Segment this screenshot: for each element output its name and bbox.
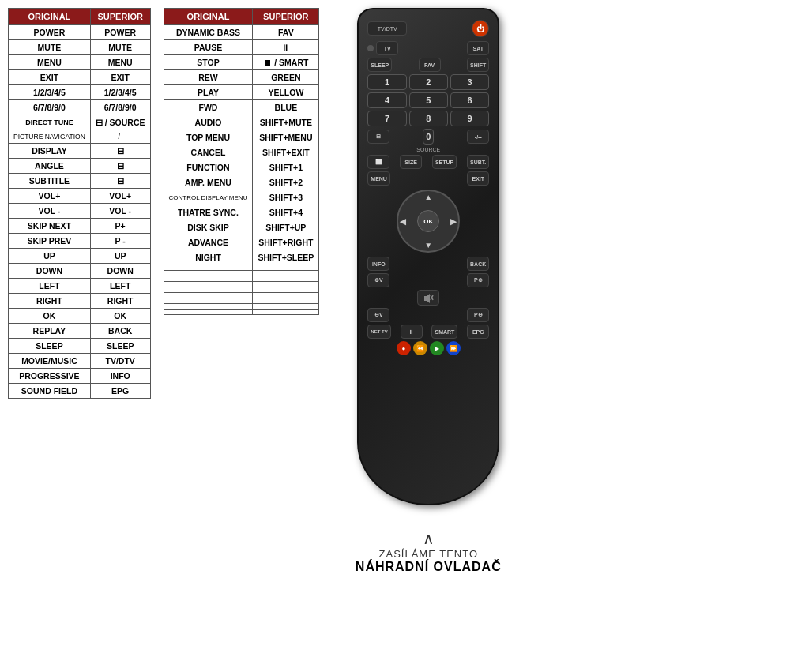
screen-button[interactable]: ⬜ (367, 155, 389, 169)
num-5-button[interactable]: 5 (409, 92, 448, 108)
nav-left-icon[interactable]: ◀ (400, 217, 406, 226)
table-cell: POWER (90, 25, 150, 40)
table-cell: PLAY (164, 85, 253, 100)
nav-up-icon[interactable]: ▲ (424, 193, 432, 201)
table-cell: VOL - (90, 204, 150, 219)
rewind-button[interactable]: ⏪ (413, 341, 427, 355)
table-cell: LEFT (9, 279, 91, 294)
table-cell (253, 265, 319, 271)
arrow-up-icon: ∧ (356, 529, 502, 548)
table-cell: MUTE (90, 40, 150, 55)
info-button[interactable]: INFO (367, 257, 389, 271)
shift-button[interactable]: SHIFT (467, 58, 489, 72)
sleep-button[interactable]: SLEEP (367, 58, 392, 72)
table-cell: DYNAMIC BASS (164, 25, 253, 40)
table2-header-superior: SUPERIOR (253, 9, 319, 25)
num-0-button[interactable]: 0 (423, 129, 434, 145)
nav-down-icon[interactable]: ▼ (424, 241, 432, 250)
table1: ORIGINAL SUPERIOR POWERPOWERMUTEMUTEMENU… (8, 8, 151, 399)
right-section: TV/DTV ⏻ TV SAT SLEEP FAV (341, 8, 515, 574)
table-cell: SLEEP (90, 339, 150, 354)
table2-wrapper: ORIGINAL SUPERIOR DYNAMIC BASSFAVPAUSE⏸S… (164, 8, 320, 315)
table-cell: VOL+ (9, 189, 91, 204)
vol-up-button[interactable]: ⊕V (367, 273, 389, 287)
num-9-button[interactable]: 9 (450, 111, 489, 126)
exit-button[interactable]: EXIT (467, 171, 489, 186)
number-grid: 1 2 3 4 5 6 7 8 9 (367, 74, 489, 126)
remote-container: TV/DTV ⏻ TV SAT SLEEP FAV (341, 8, 515, 521)
table-cell: DIRECT TUNE (9, 115, 91, 130)
num-8-button[interactable]: 8 (409, 111, 448, 126)
ch-up-button[interactable]: P⊕ (467, 273, 489, 287)
table-cell: 6/7/8/9/0 (9, 100, 91, 115)
table-cell: FWD (164, 100, 253, 115)
table-cell: CONTROL DISPLAY MENU (164, 190, 253, 205)
table-cell: ⊟ (90, 144, 150, 159)
table-cell: GREEN (253, 70, 319, 85)
table-cell: PAUSE (164, 40, 253, 55)
table-cell: SHIFT+3 (253, 190, 319, 205)
table-cell: FUNCTION (164, 160, 253, 175)
table-cell: 1/2/3/4/5 (9, 85, 91, 100)
table-cell: SHIFT+MENU (253, 130, 319, 145)
forward-button[interactable]: ⏩ (446, 341, 461, 355)
table-cell: OK (9, 309, 91, 324)
table-cell: ⊟ (90, 174, 150, 189)
remote-inner: TV/DTV ⏻ TV SAT SLEEP FAV (363, 13, 494, 500)
smart-button[interactable]: SMART (431, 325, 457, 339)
fav-button[interactable]: FAV (419, 58, 441, 72)
power-button[interactable]: ⏻ (472, 20, 489, 37)
table-cell: SHIFT+4 (253, 205, 319, 220)
num-6-button[interactable]: 6 (450, 92, 489, 108)
num-4-button[interactable]: 4 (367, 92, 406, 108)
net-tv-button[interactable]: NET TV (367, 325, 390, 339)
table-cell: EPG (90, 384, 150, 399)
table-cell: INFO (90, 369, 150, 384)
nav-right-icon[interactable]: ▶ (450, 217, 457, 226)
table-cell: DOWN (90, 264, 150, 279)
table-cell: SKIP PREV (9, 234, 91, 249)
table-cell: SHIFT+MUTE (253, 115, 319, 130)
table-cell: ⊟ (90, 159, 150, 174)
dash-button[interactable]: -/-- (467, 130, 489, 144)
table-cell: MENU (9, 55, 91, 70)
remote-body: TV/DTV ⏻ TV SAT SLEEP FAV (357, 8, 499, 505)
table-cell: ⏹ / SMART (253, 55, 319, 70)
input-button[interactable]: ⊟ (367, 130, 389, 144)
table-cell (164, 271, 253, 276)
table-cell: REW (164, 70, 253, 85)
table-cell: POWER (9, 25, 91, 40)
table-cell: OK (90, 309, 150, 324)
num-1-button[interactable]: 1 (367, 74, 406, 90)
table-cell: MOVIE/MUSIC (9, 354, 91, 369)
table-cell: ⏸ (253, 40, 319, 55)
table-cell: SHIFT+EXIT (253, 145, 319, 160)
table-cell (253, 293, 319, 298)
table-cell (164, 282, 253, 287)
menu-button[interactable]: MENU (367, 171, 390, 186)
table-cell: ANGLE (9, 159, 91, 174)
table-cell: SHIFT+RIGHT (253, 235, 319, 250)
table-cell: SUBTITLE (9, 174, 91, 189)
ok-button[interactable]: OK (417, 210, 439, 232)
num-7-button[interactable]: 7 (367, 111, 406, 126)
setup-button[interactable]: SETUP (432, 155, 457, 169)
back-button[interactable]: BACK (467, 257, 489, 271)
play-button[interactable]: ▶ (430, 341, 444, 355)
pause-button[interactable]: ⏸ (401, 325, 423, 339)
num-3-button[interactable]: 3 (450, 74, 489, 90)
red-button[interactable]: ● (397, 341, 411, 355)
size-button[interactable]: SIZE (400, 155, 422, 169)
epg-button[interactable]: EPG (467, 325, 489, 339)
subs-button[interactable]: SUBT. (467, 155, 489, 169)
table-cell: -/-- (90, 130, 150, 144)
sat-button[interactable]: SAT (467, 41, 489, 55)
tv-button[interactable]: TV (376, 41, 398, 55)
tvdtv-button[interactable]: TV/DTV (367, 21, 407, 36)
ch-down-button[interactable]: P⊖ (467, 308, 489, 322)
vol-down-button[interactable]: ⊖V (367, 308, 389, 322)
table-cell (253, 271, 319, 276)
table-cell: P+ (90, 219, 150, 234)
num-2-button[interactable]: 2 (409, 74, 448, 90)
mute-button[interactable] (417, 290, 439, 306)
